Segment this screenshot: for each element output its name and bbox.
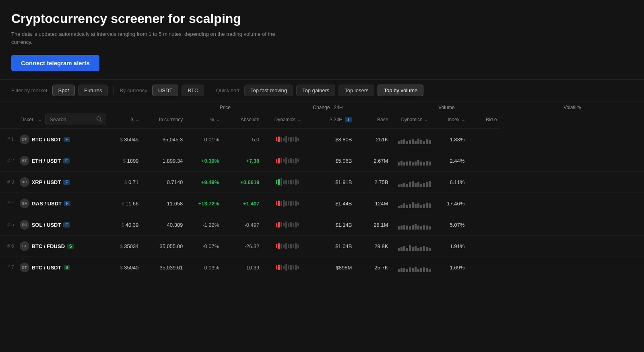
vol-dynamics-cell	[392, 193, 436, 214]
dynamics-cell	[263, 257, 312, 278]
ticker-cell: BT BTC / USDT S	[17, 257, 111, 278]
vol-usd-cell: $1.91B	[312, 172, 356, 193]
change-abs-cell: +7.38	[223, 150, 263, 172]
price-usd-sort[interactable]: ≡	[136, 117, 138, 122]
page-title: Cryptocurrency screener for scalping	[11, 11, 633, 26]
change-pct-cell: -0.01%	[187, 129, 223, 150]
crypto-table: Price Change 24H Volume Volatility Ticke…	[0, 101, 644, 278]
vol-dynamics-cell	[392, 129, 436, 150]
table-row: # 7 BT BTC / USDT S $ 35040 35,039.61 -0…	[0, 257, 644, 278]
bid-o-cell	[469, 214, 501, 236]
vol-base-cell: 251K	[356, 129, 392, 150]
coin-icon: SO	[20, 220, 29, 230]
vol-dynamics-cell	[392, 214, 436, 236]
change-abs-cell: -26.32	[223, 236, 263, 257]
coin-icon: BT	[20, 135, 29, 144]
col-price-usd: $ ≡	[110, 111, 142, 129]
price-usd-cell: $ 1899	[110, 150, 142, 172]
vol-usd-cell: $5.06B	[312, 150, 356, 172]
filter-top-volume[interactable]: Top by volume	[378, 85, 423, 96]
ticker-cell: GA GAS / USDT F	[17, 193, 111, 214]
filter-spot[interactable]: Spot	[52, 85, 75, 96]
bid-o-cell	[469, 236, 501, 257]
dynamics-cell	[263, 172, 312, 193]
change-pct-cell: -1.22%	[187, 214, 223, 236]
change-pct-cell: +13.72%	[187, 193, 223, 214]
coin-icon: BT	[20, 241, 29, 251]
volatility-cell: 1.69%	[436, 257, 469, 278]
change-abs-cell: +0.0619	[223, 172, 263, 193]
market-badge: F	[63, 158, 70, 164]
vol-dynamics-cell	[392, 172, 436, 193]
filter-top-losers[interactable]: Top losers	[339, 85, 374, 96]
ticker-cell: SO SOL / USDT F	[17, 214, 111, 236]
table-row: # 2 ET ETH / USDT F $ 1899 1,899.34 +0.3…	[0, 150, 644, 172]
vol-base-cell: 29.8K	[356, 236, 392, 257]
vol-base-cell: 25.7K	[356, 257, 392, 278]
dynamics-sort[interactable]: ≡	[298, 117, 301, 122]
price-usd-cell: $ 40.39	[110, 214, 142, 236]
bid-o-cell	[469, 257, 501, 278]
table-container: Price Change 24H Volume Volatility Ticke…	[0, 101, 644, 278]
rank-cell: # 1	[0, 129, 17, 150]
volatility-cell: 1.83%	[436, 129, 469, 150]
vol-usd-cell: $8.80B	[312, 129, 356, 150]
vol-dynamics-cell	[392, 257, 436, 278]
price-usd-cell: $ 35045	[110, 129, 142, 150]
rank-cell: # 5	[0, 214, 17, 236]
col-dynamics: Dynamics ≡	[263, 111, 312, 129]
col-vol-base: Base	[356, 111, 392, 129]
change-pct-cell: +0.39%	[187, 150, 223, 172]
dynamics-cell	[263, 150, 312, 172]
volatility-cell: 5.07%	[436, 214, 469, 236]
vol-usd-sort[interactable]: ⬇	[345, 117, 352, 122]
vol-usd-cell: $1.44B	[312, 193, 356, 214]
rank-cell: # 7	[0, 257, 17, 278]
ticker-cell: XR XRP / USDT F	[17, 172, 111, 193]
search-icon[interactable]	[96, 116, 102, 123]
connect-telegram-button[interactable]: Connect telegram alerts	[11, 55, 99, 71]
vol-usd-cell: $1.04B	[312, 236, 356, 257]
price-currency-cell: 0.7140	[142, 172, 187, 193]
market-badge: S	[67, 244, 74, 249]
volatility-cell: 1.91%	[436, 236, 469, 257]
sort-label: Quick sort	[216, 87, 239, 93]
table-row: # 1 BT BTC / USDT F $ 35045 35,045.3 -0.…	[0, 129, 644, 150]
change-pct-sort[interactable]: ≡	[217, 117, 219, 122]
index-sort[interactable]: ≡	[462, 117, 464, 122]
search-input[interactable]	[50, 116, 94, 122]
separator-1	[114, 86, 114, 95]
dynamics-cell	[263, 193, 312, 214]
filter-usdt[interactable]: USDT	[152, 85, 178, 96]
vol-base-cell: 2.75B	[356, 172, 392, 193]
currency-filter-label: By currency	[120, 87, 147, 93]
filter-top-gainers[interactable]: Top gainers	[296, 85, 335, 96]
dynamics-cell	[263, 129, 312, 150]
col-price-currency: In currency	[142, 111, 187, 129]
ticker-name: BTC / FDUSD	[32, 243, 65, 249]
filter-top-fast-moving[interactable]: Top fast moving	[244, 85, 293, 96]
volatility-cell: 17.46%	[436, 193, 469, 214]
rank-cell: # 4	[0, 193, 17, 214]
change-abs-cell: -5.0	[223, 129, 263, 150]
filter-futures[interactable]: Futures	[78, 85, 108, 96]
col-vol-usd: $ 24H ⬇	[312, 111, 356, 129]
change-pct-cell: -0.03%	[187, 257, 223, 278]
table-body: # 1 BT BTC / USDT F $ 35045 35,045.3 -0.…	[0, 129, 644, 278]
col-index: Index ≡	[436, 111, 469, 129]
change-abs-cell: -0.497	[223, 214, 263, 236]
dynamics-cell	[263, 236, 312, 257]
ticker-filter-icon[interactable]: ≡	[39, 117, 41, 122]
bid-o-cell	[469, 150, 501, 172]
price-currency-cell: 35,039.61	[142, 257, 187, 278]
vol-usd-cell: $1.14B	[312, 214, 356, 236]
filter-btc[interactable]: BTC	[182, 85, 204, 96]
group-price: Price	[187, 101, 263, 111]
volatility-cell: 2.44%	[436, 150, 469, 172]
vol-dynamics-sort[interactable]: ≡	[425, 117, 427, 122]
volatility-cell: 6.11%	[436, 172, 469, 193]
ticker-cell: BT BTC / FDUSD S	[17, 236, 111, 257]
market-badge: S	[64, 265, 70, 270]
col-bid-o: Bid o	[469, 111, 501, 129]
rank-cell: # 3	[0, 172, 17, 193]
